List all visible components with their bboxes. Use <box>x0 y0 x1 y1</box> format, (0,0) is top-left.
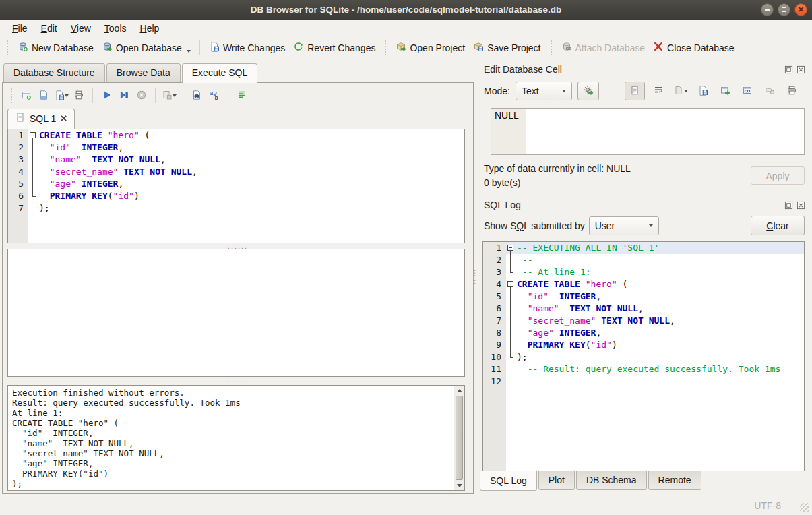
chevron-down-icon <box>562 90 566 92</box>
fold-margin <box>28 142 38 154</box>
new-database-button[interactable]: New Database <box>13 38 98 57</box>
menu-tools[interactable]: Tools <box>98 22 133 35</box>
chevron-down-icon <box>684 90 688 92</box>
code-line: 4CREATE TABLE "hero" ( <box>483 278 804 291</box>
open-database-label: Open Database <box>116 42 182 53</box>
execute-all-button[interactable] <box>98 87 115 104</box>
toolbar-handle[interactable] <box>551 40 552 55</box>
fold-margin[interactable] <box>28 129 38 142</box>
export-data-button[interactable] <box>694 82 712 100</box>
tab-browse-data[interactable]: Browse Data <box>106 63 181 82</box>
print-sql-button[interactable] <box>70 87 88 104</box>
find-replace-button[interactable]: ab <box>206 87 223 104</box>
sql-file-tab[interactable]: SQL 1 <box>7 109 75 129</box>
line-number: 8 <box>483 327 506 339</box>
vertical-splitter[interactable]: ...... <box>474 59 478 495</box>
open-database-icon <box>102 41 113 54</box>
fold-collapse-icon[interactable] <box>30 132 36 138</box>
open-external-button[interactable] <box>716 82 734 100</box>
sql-log-title: SQL Log <box>484 200 521 210</box>
fold-margin[interactable] <box>506 278 516 291</box>
cell-info-row: Type of data currently in cell: NULL 0 b… <box>478 155 806 196</box>
menu-file[interactable]: File <box>5 22 34 35</box>
open-sql-file-button[interactable] <box>35 87 53 104</box>
fold-margin[interactable] <box>506 242 516 254</box>
new-sql-tab-button[interactable] <box>18 87 35 104</box>
line-number: 10 <box>483 351 506 363</box>
menu-help[interactable]: Help <box>133 22 166 35</box>
save-project-button[interactable]: Save Project <box>469 38 544 57</box>
code-line: 12 <box>483 375 804 388</box>
toolbar-handle[interactable] <box>11 88 12 103</box>
line-number: 3 <box>483 266 506 278</box>
close-panel-icon[interactable] <box>796 65 806 75</box>
line-number: 5 <box>483 291 506 303</box>
toolbar-handle[interactable] <box>7 40 8 55</box>
apply-button[interactable]: Apply <box>751 166 805 185</box>
horizontal-splitter[interactable]: ...... <box>3 243 473 249</box>
chevron-down-icon[interactable] <box>65 94 69 97</box>
resize-grip[interactable] <box>800 503 809 512</box>
dock-tab-plot[interactable]: Plot <box>538 471 575 490</box>
encoding-label: UTF-8 <box>754 500 781 511</box>
apply-default-button[interactable] <box>577 82 599 100</box>
code-line: 1-- EXECUTING ALL IN 'SQL 1' <box>483 242 804 254</box>
toolbar-separator <box>199 40 200 55</box>
close-panel-icon[interactable] <box>796 200 806 210</box>
code-line: 10); <box>483 351 804 363</box>
dock-tab-remote[interactable]: Remote <box>648 471 701 490</box>
save-sql-file-button[interactable] <box>53 87 70 104</box>
find-button[interactable] <box>188 87 206 104</box>
code-line: 9 PRIMARY KEY("id") <box>483 339 804 351</box>
menu-edit[interactable]: Edit <box>34 22 64 35</box>
revert-changes-button[interactable]: Revert Changes <box>289 38 379 57</box>
float-panel-icon[interactable] <box>784 200 794 210</box>
clear-log-button[interactable]: Clear <box>751 216 805 235</box>
editor-filler <box>8 214 464 243</box>
open-database-button[interactable]: Open Database <box>98 38 195 57</box>
print-cell-button[interactable] <box>783 82 801 100</box>
mode-select[interactable]: Text <box>516 82 572 100</box>
close-database-button[interactable]: Close Database <box>649 38 739 57</box>
menu-view[interactable]: View <box>64 22 98 35</box>
fold-margin <box>28 154 38 166</box>
code-text: ); <box>516 351 804 363</box>
horizontal-splitter[interactable]: ...... <box>3 377 473 382</box>
close-button[interactable]: ✕ <box>794 3 807 16</box>
tab-execute-sql[interactable]: Execute SQL <box>182 63 258 83</box>
line-number: 1 <box>8 129 28 142</box>
set-null-button <box>761 82 778 100</box>
fold-collapse-icon[interactable] <box>507 245 513 251</box>
execute-sql-pane: Database StructureBrowse DataExecute SQL… <box>0 59 474 495</box>
maximize-button[interactable] <box>778 3 790 16</box>
dock-tab-db-schema[interactable]: DB Schema <box>576 471 647 490</box>
chevron-down-icon[interactable] <box>187 50 191 53</box>
scrollbar-thumb[interactable] <box>456 396 463 480</box>
chevron-down-icon[interactable] <box>173 94 177 97</box>
auto-format-button[interactable] <box>233 87 251 104</box>
open-project-button[interactable]: Open Project <box>392 38 469 57</box>
sql-log-view[interactable]: 1-- EXECUTING ALL IN 'SQL 1'2 --3 -- At … <box>482 241 805 471</box>
write-changes-button[interactable]: Write Changes <box>205 38 289 57</box>
scroll-up-icon[interactable] <box>454 386 464 395</box>
execute-current-line-button[interactable] <box>115 87 133 104</box>
sql-editor[interactable]: 1CREATE TABLE "hero" (2 "id" INTEGER,3 "… <box>7 129 465 243</box>
cell-value-editor[interactable]: NULL <box>491 108 805 155</box>
text-mode-button[interactable] <box>625 82 645 100</box>
minimize-button[interactable] <box>761 3 774 16</box>
float-panel-icon[interactable] <box>784 65 794 75</box>
code-text: PRIMARY KEY("id") <box>38 190 464 202</box>
code-text: "id" INTEGER, <box>516 291 804 303</box>
toolbar-handle[interactable] <box>385 40 386 55</box>
copy-link-button[interactable] <box>739 82 756 100</box>
results-scrollbar[interactable] <box>454 386 464 490</box>
tab-database-structure[interactable]: Database Structure <box>3 63 105 82</box>
scroll-down-icon[interactable] <box>454 481 464 490</box>
word-wrap-button[interactable] <box>650 82 667 100</box>
save-results-icon <box>162 90 173 102</box>
submitted-by-select[interactable]: User <box>589 216 659 235</box>
fold-collapse-icon[interactable] <box>507 281 513 287</box>
new-database-label: New Database <box>32 42 94 53</box>
close-tab-icon[interactable] <box>60 115 67 122</box>
dock-tab-sql-log[interactable]: SQL Log <box>480 471 537 491</box>
